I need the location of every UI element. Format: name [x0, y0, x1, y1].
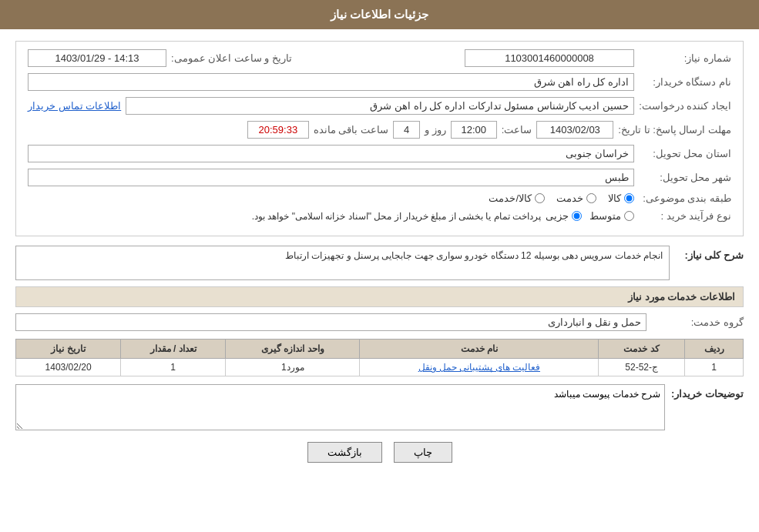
col-quantity: تعداد / مقدار	[121, 340, 226, 359]
col-row: ردیف	[685, 340, 744, 359]
col-service-code: کد خدمت	[599, 340, 685, 359]
need-number-label: شماره نیاز:	[639, 52, 731, 64]
category-radio-group: کالا/خدمت خدمت کالا	[489, 192, 634, 204]
page-title: جزئیات اطلاعات نیاز	[331, 8, 428, 21]
cell-row-1: 1	[685, 359, 744, 376]
deadline-time-label: ساعت:	[502, 124, 532, 136]
province-label: استان محل تحویل:	[639, 148, 731, 159]
buyer-org-label: نام دستگاه خریدار:	[639, 76, 731, 88]
purchase-type-group: متوسط جزیی	[546, 210, 634, 222]
purchase-note: پرداخت تمام یا بخشی از مبلغ خریدار از مح…	[252, 211, 541, 222]
purchase-type-jozi[interactable]: جزیی	[546, 210, 582, 222]
need-number-value: 1103001460000008	[465, 49, 634, 67]
countdown-value: 20:59:33	[247, 121, 309, 139]
back-button[interactable]: بازگشت	[307, 442, 382, 463]
service-group-value: حمل و نقل و انبارداری	[15, 313, 646, 331]
purchase-type-motavasset[interactable]: متوسط	[589, 210, 634, 222]
city-value: طبس	[28, 169, 634, 186]
col-service-name: نام خدمت	[360, 340, 599, 359]
need-description-value: انجام خدمات سرویس دهی بوسیله 12 دستگاه خ…	[15, 246, 670, 280]
need-description-label: شرح کلی نیاز:	[674, 246, 744, 261]
deadline-time: 12:00	[451, 121, 497, 139]
cell-code-1: ج-52-52	[599, 359, 685, 376]
deadline-date: 1403/02/03	[536, 121, 613, 139]
page-header: جزئیات اطلاعات نیاز	[0, 0, 759, 29]
footer-buttons: چاپ بازگشت	[15, 442, 744, 474]
deadline-days-label: روز و	[425, 124, 446, 136]
cell-unit-1: مورد1	[226, 359, 360, 376]
purchase-type-label: نوع فرآیند خرید :	[639, 210, 731, 222]
buyer-notes-label: توضیحات خریدار:	[671, 384, 744, 400]
announcement-value: 1403/01/29 - 14:13	[28, 49, 166, 67]
countdown-label: ساعت باقی مانده	[314, 124, 388, 136]
deadline-label: مهلت ارسال پاسخ: تا تاریخ:	[618, 124, 731, 136]
buyer-notes-section: توضیحات خریدار: شرح خدمات پیوست میباشد	[15, 384, 744, 430]
col-unit: واحد اندازه گیری	[226, 340, 360, 359]
col-date: تاریخ نیاز	[16, 340, 121, 359]
service-table: ردیف کد خدمت نام خدمت واحد اندازه گیری ت…	[15, 339, 744, 376]
category-label: طبقه بندی موضوعی:	[639, 192, 731, 204]
category-radio-kala-khedmat[interactable]: کالا/خدمت	[489, 192, 545, 204]
category-radio-khedmat[interactable]: خدمت	[556, 192, 596, 204]
contact-link[interactable]: اطلاعات تماس خریدار	[28, 100, 121, 112]
creator-label: ایجاد کننده درخواست:	[639, 100, 731, 112]
table-row: 1 ج-52-52 فعالیت های پشتیبانی حمل ونقل م…	[16, 359, 744, 376]
announcement-label: تاریخ و ساعت اعلان عمومی:	[171, 52, 292, 64]
service-group-label: گروه خدمت:	[651, 316, 744, 328]
service-table-section: ردیف کد خدمت نام خدمت واحد اندازه گیری ت…	[15, 339, 744, 376]
cell-date-1: 1403/02/20	[16, 359, 121, 376]
buyer-notes-textarea[interactable]: شرح خدمات پیوست میباشد	[15, 384, 665, 430]
province-value: خراسان جنوبی	[28, 145, 634, 162]
category-radio-kala[interactable]: کالا	[608, 192, 634, 204]
service-info-title: اطلاعات خدمات مورد نیاز	[15, 286, 744, 307]
city-label: شهر محل تحویل:	[639, 172, 731, 183]
creator-name: حسین ادیب کارشناس مسئول تدارکات اداره کل…	[126, 97, 634, 115]
cell-service-name-1[interactable]: فعالیت های پشتیبانی حمل ونقل	[360, 359, 599, 376]
buyer-org-value: اداره کل راه اهن شرق	[28, 73, 634, 91]
cell-quantity-1: 1	[121, 359, 226, 376]
print-button[interactable]: چاپ	[394, 442, 452, 463]
deadline-days: 4	[393, 121, 420, 139]
